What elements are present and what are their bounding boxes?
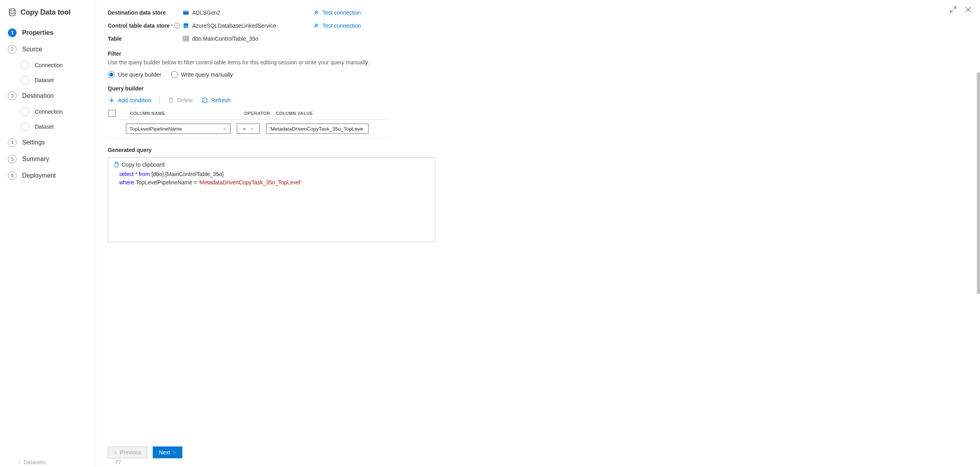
scrollbar-thumb[interactable] [977,73,980,294]
table-label: Table [108,36,171,42]
svg-rect-5 [183,36,189,41]
required-marker: * i [171,23,183,29]
nav-sub-dest-connection[interactable]: Connection [0,104,96,119]
sql-text: select * from [dbo].[MainControlTable_35… [114,170,429,187]
table-value: dbo.MainControlTable_35o [192,36,258,42]
refresh-button[interactable]: Refresh [201,96,231,105]
next-button[interactable]: Next [153,446,182,458]
nav-step-settings[interactable]: 4 Settings [0,134,96,151]
add-condition-button[interactable]: Add condition [108,96,152,105]
nav-step-source[interactable]: 2 Source [0,41,96,58]
tree-datasets-hint: Datasets 77 [17,459,121,465]
delete-button: Delete [167,96,194,105]
dest-store-value: ADLSGen2 [192,9,220,16]
nav-step-deployment[interactable]: 6 Deployment [0,167,96,184]
svg-rect-2 [183,11,189,12]
nav-sub-dest-dataset[interactable]: Dataset [0,119,96,134]
sql-icon: SQL [183,23,189,29]
chevron-right-icon [172,450,176,454]
storage-icon [183,9,189,16]
svg-point-0 [9,9,15,11]
test-connection-ctrl[interactable]: Test connection [313,23,361,29]
filter-title: Filter [108,51,968,57]
main-panel: Destination data store ADLSGen2 Test con… [96,0,980,467]
radio-query-builder[interactable]: Use query builder [108,71,161,78]
info-icon[interactable]: i [174,23,180,28]
chevron-down-icon [223,127,227,131]
nav-step-summary[interactable]: 5 Summary [0,151,96,167]
radio-write-manually[interactable]: Write query manually [171,71,233,78]
nav-step-properties[interactable]: 1 Properties [0,24,96,41]
plus-icon [109,97,115,103]
database-icon [8,8,17,17]
dest-store-label: Destination data store [108,9,171,16]
svg-text:SQL: SQL [183,24,189,28]
chevron-left-icon [114,450,118,454]
sidebar: Copy Data tool 1 Properties 2 Source Con… [0,0,96,467]
svg-rect-6 [115,163,118,167]
column-value-input[interactable]: 'MetadataDrivenCopyTask_35o_TopLeve [266,124,369,134]
select-all-checkbox[interactable] [109,110,116,117]
ctrl-store-label: Control table data store [108,22,171,29]
test-connection-dest[interactable]: Test connection [313,9,361,16]
filter-desc: Use the query builder below to filter co… [108,59,968,66]
generated-query-title: Generated query [108,147,968,153]
copy-icon [114,162,119,167]
query-builder-title: Query builder [108,85,968,92]
operator-dropdown[interactable]: = [237,124,260,134]
nav-sub-source-connection[interactable]: Connection [0,58,96,73]
nav-sub-source-dataset[interactable]: Dataset [0,73,96,88]
refresh-icon [202,97,208,103]
close-icon[interactable] [965,6,971,13]
previous-button: Previous [108,446,147,458]
chevron-down-icon [250,127,254,131]
ctrl-store-value: AzureSQLDatabaseLinkedService [192,23,276,29]
expand-icon[interactable] [950,6,956,13]
nav-step-destination[interactable]: 3 Destination [0,88,96,104]
trash-icon [168,97,174,103]
copy-to-clipboard-button[interactable]: Copy to clipboard [114,161,429,168]
header-column-value: COLUMN VALUE [276,111,313,116]
plug-icon [313,9,319,16]
column-name-dropdown[interactable]: TopLevelPipelineName [126,124,230,134]
header-operator: OPERATOR [244,111,268,116]
table-icon [183,36,189,42]
header-column-name: COLUMN NAME [130,111,236,116]
generated-query-box: Copy to clipboard select * from [dbo].[M… [108,157,435,242]
chevron-right-icon [17,460,21,464]
app-title: Copy Data tool [0,8,96,24]
plug-icon [313,23,319,29]
